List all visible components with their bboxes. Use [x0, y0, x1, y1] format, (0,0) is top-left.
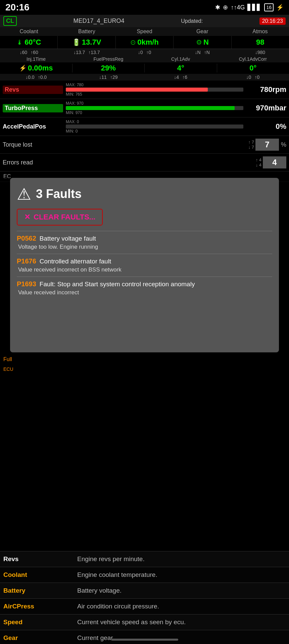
battery-icon: 🔋 — [72, 38, 81, 46]
lt-key-aircpress: AirCPress — [3, 603, 77, 610]
lt-val-coolant: Engine coolant temperature. — [77, 571, 286, 579]
modal-title: 3 Faults — [36, 187, 82, 201]
torque-value: 7 — [255, 139, 279, 151]
header-bar: CL MED17_4_EURO4 Updated: 20:16:23 — [0, 15, 289, 27]
fault-code-line-2: P1693 Fault: Stop and Start system contr… — [17, 280, 272, 288]
torque-label: Torque lost — [3, 141, 248, 148]
cyl1advcorr-value-item: 0° — [217, 64, 289, 72]
inj1time-arrow-up: ↑0.0 — [38, 75, 47, 80]
accel-bar-area: MAX: 0 MIN: 0 — [63, 119, 246, 134]
clear-faults-x-icon: ✕ — [24, 213, 30, 221]
turbo-label: TurboPress — [3, 104, 63, 112]
lt-key-speed: Speed — [3, 618, 77, 626]
revs-label: Revs — [3, 86, 63, 94]
ecu2-label: ECU — [3, 366, 13, 372]
updated-label: Updated: — [181, 18, 203, 24]
fault-code-line-0: P0562 Battery voltage fault — [17, 235, 272, 242]
fuelpressreg-arrows: ↓11 ↑29 — [72, 75, 144, 80]
label-gear: Gear — [174, 28, 231, 35]
turbo-max: MAX: 970 — [66, 101, 84, 106]
lt-row-aircpress: AirCPress Air condition circuit pressure… — [0, 599, 289, 614]
sensor-values-row: 🌡 60°C 🔋 13.7V ⊙ 0km/h ⚙ N 98 — [0, 36, 289, 49]
inj1time-arrow-down: ↓0.0 — [26, 75, 34, 80]
inj1time-value-item: ⚡ 0.00ms — [0, 64, 73, 72]
turbo-value: 970mbar — [246, 104, 286, 112]
status-time: 20:16 — [5, 2, 30, 13]
battery-arrows: ↓13.7 ↑13.7 — [58, 50, 115, 55]
speed-value-item: ⊙ 0km/h — [116, 36, 174, 49]
fault-item-1: P1676 Controlled alternator fault Value … — [17, 254, 272, 277]
warning-icon: ⚠ — [17, 185, 31, 203]
fault-item-0: P0562 Battery voltage fault Voltage too … — [17, 231, 272, 254]
revs-bar-area: MAX: 780 MIN: 765 — [63, 83, 246, 97]
errors-arrow-up: ↑ 4 — [256, 157, 261, 162]
errors-arrows: ↑ 4 ↓ 4 — [256, 157, 261, 167]
inj1time-arrows: ↓0.0 ↑0.0 — [0, 75, 72, 80]
home-bar — [111, 639, 178, 641]
gear-icon: ⚙ — [196, 38, 202, 46]
fault-code-line-1: P1676 Controlled alternator fault — [17, 257, 272, 265]
lt-key-gear: Gear — [3, 634, 77, 642]
coolant-arrow-up: ↑60 — [31, 50, 38, 55]
label-cyl1adv: Cyl.1Adv — [145, 56, 217, 62]
revs-value: 780rpm — [246, 85, 286, 94]
cyl1advcorr-arrows: ↓0 ↑0 — [217, 75, 289, 80]
gear-arrow-down: ↓N — [195, 50, 201, 55]
fault-desc-2: Fault: Stop and Start system control rec… — [40, 281, 195, 288]
lt-row-speed: Speed Current vehicle speed as seen by e… — [0, 614, 289, 630]
lt-row-gear: Gear Current gear. — [0, 630, 289, 644]
modal-overlay: ⚠ 3 Faults ✕ CLEAR FAULTS... P0562 Batte… — [0, 178, 289, 373]
torque-row: Torque lost ↑ 7 ↓ 7 7 % — [0, 136, 289, 154]
label-speed: Speed — [115, 28, 173, 35]
lt-row-battery: Battery Battery voltage. — [0, 583, 289, 599]
fuelpressreg-arrow-up: ↑29 — [110, 75, 118, 80]
fault-detail-0: Voltage too low. Engine running — [17, 244, 272, 250]
updated-time: 20:16:23 — [259, 17, 286, 25]
label-inj1time: Inj.1Time — [0, 56, 72, 62]
partial-row-ecu: ECU — [0, 365, 289, 373]
errors-label: Errors read — [3, 159, 256, 166]
wifi-bars-icon: ▋▋▋ — [247, 4, 261, 11]
signal-icon: ↑↑4G — [231, 4, 245, 11]
lt-key-battery: Battery — [3, 587, 77, 594]
coolant-value-item: 🌡 60°C — [0, 36, 58, 49]
modal-header: ⚠ 3 Faults — [17, 185, 272, 203]
inj-arrows-row: ↓0.0 ↑0.0 ↓11 ↑29 ↓4 ↑6 ↓0 ↑0 — [0, 74, 289, 81]
speed-arrow-up: ↑0 — [146, 50, 151, 55]
fuelpressreg-value: 29% — [101, 64, 116, 72]
speed-value: 0km/h — [137, 38, 159, 47]
cyl1adv-arrow-up: ↑6 — [182, 75, 187, 80]
accel-max: MAX: 0 — [66, 119, 79, 124]
fault-desc-1: Controlled alternator fault — [40, 258, 111, 265]
coolant-arrow-down: ↓60 — [20, 50, 28, 55]
speed-arrows: ↓0 ↑0 — [115, 50, 173, 55]
lt-val-revs: Engine revs per minute. — [77, 555, 286, 563]
gear-arrow-up: ↑N — [204, 50, 210, 55]
turbo-gauge-row: TurboPress MAX: 970 MIN: 970 970mbar — [0, 99, 289, 117]
fault-item-2: P1693 Fault: Stop and Start system contr… — [17, 277, 272, 299]
cyl1advcorr-arrow-up: ↑0 — [254, 75, 259, 80]
clear-faults-label: CLEAR FAULTS... — [34, 213, 95, 221]
coolant-value: 60°C — [25, 38, 41, 47]
clear-faults-button[interactable]: ✕ CLEAR FAULTS... — [17, 209, 103, 226]
coolant-arrows: ↓60 ↑60 — [0, 50, 58, 55]
fault-detail-1: Value received incorrect on BSS network — [17, 266, 272, 273]
label-fuelpressreg: FuelPressReg — [72, 56, 144, 62]
fault-code-0: P0562 — [17, 235, 36, 242]
label-atmos: Atmos — [231, 28, 289, 35]
torque-unit: % — [281, 141, 286, 148]
accel-value: 0% — [246, 122, 286, 131]
location-icon: ⊕ — [223, 4, 228, 11]
cl-badge[interactable]: CL — [3, 16, 17, 26]
gear-value-item: ⚙ N — [174, 36, 231, 49]
torque-arrow-down: ↓ 7 — [248, 145, 254, 150]
battery-arrow-down: ↓13.7 — [74, 50, 85, 55]
lt-row-revs: Revs Engine revs per minute. — [0, 551, 289, 567]
speed-arrow-down: ↓0 — [138, 50, 143, 55]
lower-table: Revs Engine revs per minute. Coolant Eng… — [0, 551, 289, 644]
inj-values-row: ⚡ 0.00ms 29% 4° 0° — [0, 62, 289, 74]
battery-value: 13.7V — [82, 38, 101, 47]
label-cyl1advcorr: Cyl.1AdvCorr — [217, 56, 289, 62]
revs-max: MAX: 780 — [66, 83, 84, 87]
cyl1adv-value: 4° — [177, 64, 184, 72]
